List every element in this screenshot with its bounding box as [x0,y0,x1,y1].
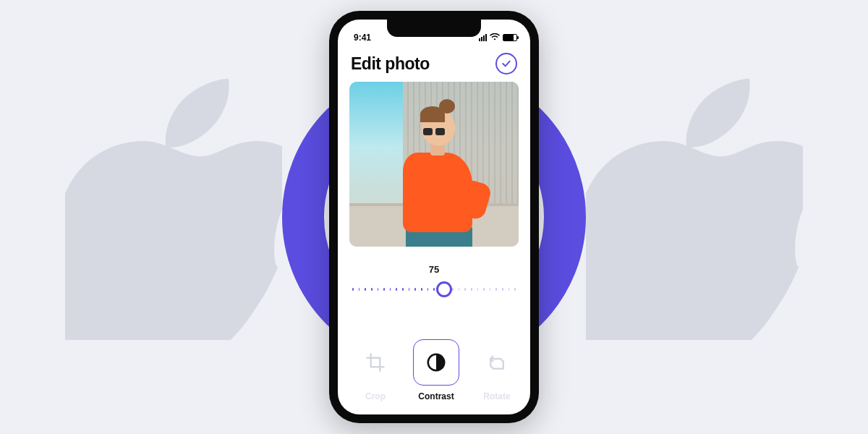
slider-tick [495,288,497,291]
slider-tick [359,288,360,291]
slider-tick [402,288,404,291]
status-time: 9:41 [354,33,371,43]
rotate-icon [474,339,520,386]
slider-tick [383,288,385,291]
slider-tick [477,288,479,291]
tool-crop[interactable]: Crop [349,339,401,401]
slider-tick [459,288,460,291]
slider-tick [352,288,354,291]
notch [387,20,481,37]
apple-logo-right [586,72,803,340]
tool-label: Contrast [418,391,454,401]
crop-icon [352,339,399,386]
slider-tick [427,288,429,291]
slider-tick [378,288,379,291]
slider-tick [371,288,373,291]
phone-screen: 9:41 Edit photo [338,20,530,414]
slider-tick [490,288,491,291]
photo-subject [388,95,490,247]
page-title: Edit photo [351,54,430,74]
slider-value: 75 [352,264,516,275]
slider-tick [483,288,485,291]
apple-logo-left [65,72,282,340]
slider-tick [421,288,422,291]
contrast-icon [413,339,459,386]
check-icon [501,58,512,69]
signal-icon [479,34,487,41]
slider-tick [509,288,510,291]
app-header: Edit photo [338,44,530,82]
battery-icon [503,34,517,41]
slider-tick [414,288,416,291]
slider-tick [502,288,503,291]
tool-contrast[interactable]: Contrast [410,339,462,401]
slider-tick [514,288,516,291]
slider-tick [390,288,391,291]
confirm-button[interactable] [495,53,517,75]
tool-label: Rotate [483,391,510,401]
slider-tick [452,288,454,291]
slider-tick [464,288,466,291]
slider-tick [396,288,397,291]
tool-label: Crop [365,391,386,401]
slider-tick [365,288,366,291]
slider-tick [409,288,410,291]
tool-rotate[interactable]: Rotate [471,339,523,401]
slider-tick [471,288,472,291]
slider-thumb[interactable] [436,281,452,297]
photo-preview[interactable] [349,82,519,247]
contrast-slider[interactable] [352,282,516,297]
slider-area: 75 [338,247,530,304]
wifi-icon [490,33,500,43]
slider-tick [433,288,435,291]
tools-row: CropContrastRotateS [338,335,530,414]
phone-frame: 9:41 Edit photo [329,11,539,423]
